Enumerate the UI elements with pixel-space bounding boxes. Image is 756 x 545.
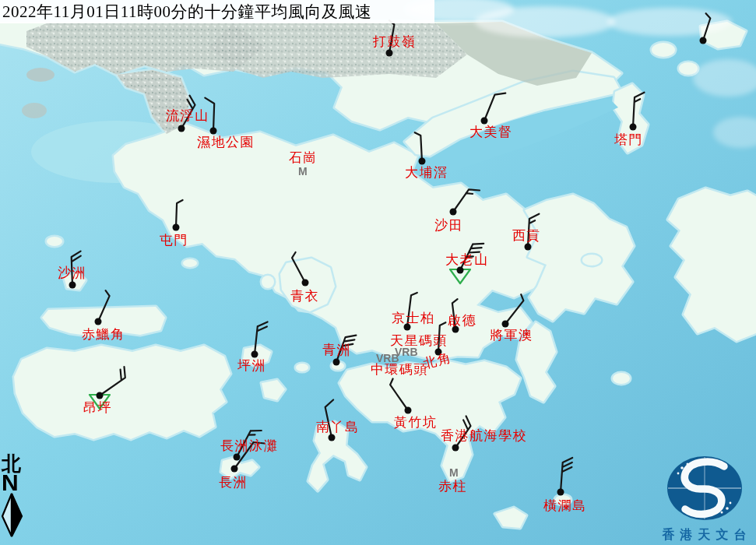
title-bar: 2022年11月01日11時00分的十分鐘平均風向及風速 [0,0,434,23]
station-label-tuenmun[interactable]: 屯門 [160,234,188,247]
station-label-greenisland[interactable]: 青洲 [322,343,351,357]
station-label-tsingyi[interactable]: 青衣 [290,290,319,303]
station-label-wetlandpark[interactable]: 濕地公園 [197,135,255,149]
hko-name-zh: 香港天文台 [652,527,756,543]
station-label-shachau[interactable]: 沙洲 [58,266,86,280]
station-label-taimeituk[interactable]: 大美督 [469,125,513,139]
station-label-cheungchau[interactable]: 長洲 [219,476,248,489]
station-label-ngongping[interactable]: 昂坪 [83,401,112,414]
wind-map: 打鼓嶺流浮山濕地公園石崗M大埔滘大美督塔門屯門沙洲沙田西貢大老山青衣赤鱲角京士柏… [0,0,756,545]
station-label-tapmun[interactable]: 塔門 [614,133,643,146]
station-label-kaitak[interactable]: 啟德 [448,314,476,327]
north-compass: 北 N [2,454,28,541]
hko-logo-icon [652,454,756,522]
compass-north-en: N [2,472,28,493]
basemap [0,0,756,545]
hko-logo: 香港天文台 HONG KONG OBSERVATORY [652,454,756,545]
station-label-pengchau[interactable]: 坪洲 [237,359,266,372]
station-label-kingspark[interactable]: 京士柏 [392,311,435,325]
station-label-lammaisland[interactable]: 南丫島 [316,420,360,434]
station-label-centralpier[interactable]: 中環碼頭 [371,363,428,376]
north-arrow-icon [2,493,25,538]
station-label-taipokau[interactable]: 大埔滘 [405,166,448,179]
station-label-saikung[interactable]: 西貢 [512,229,541,242]
station-label-laufaushan[interactable]: 流浮山 [166,109,209,122]
station-label-cheklapkok[interactable]: 赤鱲角 [82,328,125,341]
station-label-wongchukhang[interactable]: 黃竹坑 [394,416,438,429]
station-label-waglanisland[interactable]: 橫瀾島 [543,499,587,512]
station-label-shekkong[interactable]: 石崗 [289,151,318,164]
station-label-cheungchaubeach[interactable]: 長洲泳灘 [220,439,278,452]
station-label-takwuling[interactable]: 打鼓嶺 [373,35,417,48]
station-label-stanley[interactable]: 赤柱 [438,480,467,493]
station-label-tseungkwano[interactable]: 將軍澳 [490,329,533,342]
missing-marker-shekkong: M [298,166,308,177]
station-label-tatescairn[interactable]: 大老山 [445,253,489,266]
missing-marker-stanley: M [449,467,459,478]
map-title: 2022年11月01日11時00分的十分鐘平均風向及風速 [0,1,371,23]
station-label-hkseaschool[interactable]: 香港航海學校 [441,429,527,442]
variable-marker-centralpier: VRB [376,353,399,364]
station-label-shatin[interactable]: 沙田 [434,219,463,232]
